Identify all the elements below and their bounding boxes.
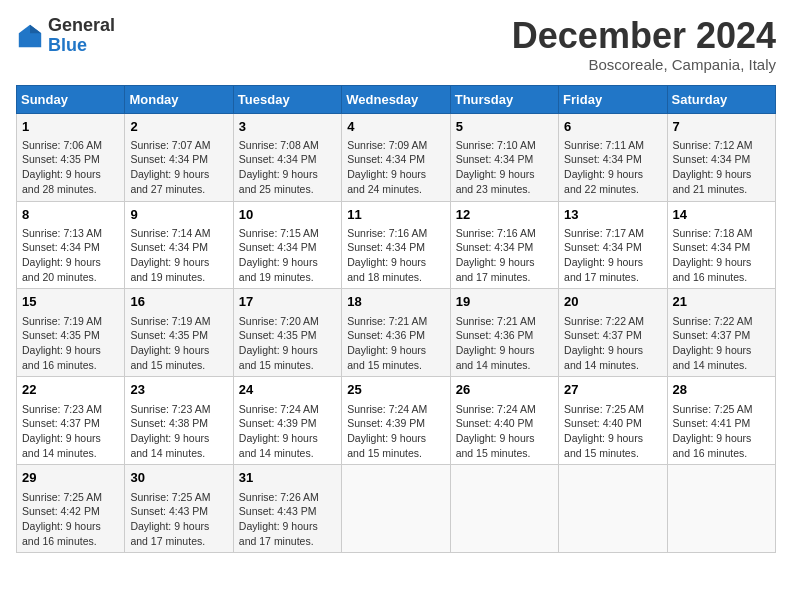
day-number: 21 [673,293,770,311]
page-header: General Blue December 2024 Boscoreale, C… [16,16,776,73]
calendar-body: 1Sunrise: 7:06 AMSunset: 4:35 PMDaylight… [17,113,776,553]
day-number: 30 [130,469,227,487]
day-number: 17 [239,293,336,311]
day-number: 3 [239,118,336,136]
location: Boscoreale, Campania, Italy [512,56,776,73]
day-number: 2 [130,118,227,136]
calendar-cell [559,465,667,553]
day-detail: Sunrise: 7:16 AMSunset: 4:34 PMDaylight:… [347,226,444,285]
calendar-cell: 10Sunrise: 7:15 AMSunset: 4:34 PMDayligh… [233,201,341,289]
day-number: 20 [564,293,661,311]
day-number: 7 [673,118,770,136]
day-number: 4 [347,118,444,136]
day-number: 1 [22,118,119,136]
day-number: 6 [564,118,661,136]
weekday-tuesday: Tuesday [233,85,341,113]
day-detail: Sunrise: 7:23 AMSunset: 4:37 PMDaylight:… [22,402,119,461]
calendar-cell: 15Sunrise: 7:19 AMSunset: 4:35 PMDayligh… [17,289,125,377]
day-detail: Sunrise: 7:19 AMSunset: 4:35 PMDaylight:… [22,314,119,373]
calendar-table: SundayMondayTuesdayWednesdayThursdayFrid… [16,85,776,554]
day-detail: Sunrise: 7:21 AMSunset: 4:36 PMDaylight:… [347,314,444,373]
week-row-4: 22Sunrise: 7:23 AMSunset: 4:37 PMDayligh… [17,377,776,465]
day-detail: Sunrise: 7:13 AMSunset: 4:34 PMDaylight:… [22,226,119,285]
logo: General Blue [16,16,115,56]
calendar-cell [450,465,558,553]
week-row-1: 1Sunrise: 7:06 AMSunset: 4:35 PMDaylight… [17,113,776,201]
day-detail: Sunrise: 7:06 AMSunset: 4:35 PMDaylight:… [22,138,119,197]
weekday-header-row: SundayMondayTuesdayWednesdayThursdayFrid… [17,85,776,113]
day-number: 19 [456,293,553,311]
calendar-cell: 17Sunrise: 7:20 AMSunset: 4:35 PMDayligh… [233,289,341,377]
day-number: 11 [347,206,444,224]
day-number: 24 [239,381,336,399]
day-detail: Sunrise: 7:21 AMSunset: 4:36 PMDaylight:… [456,314,553,373]
day-number: 26 [456,381,553,399]
day-number: 25 [347,381,444,399]
day-detail: Sunrise: 7:20 AMSunset: 4:35 PMDaylight:… [239,314,336,373]
calendar-cell: 11Sunrise: 7:16 AMSunset: 4:34 PMDayligh… [342,201,450,289]
svg-rect-2 [22,36,39,44]
day-detail: Sunrise: 7:09 AMSunset: 4:34 PMDaylight:… [347,138,444,197]
day-number: 8 [22,206,119,224]
weekday-friday: Friday [559,85,667,113]
calendar-cell: 8Sunrise: 7:13 AMSunset: 4:34 PMDaylight… [17,201,125,289]
calendar-cell: 25Sunrise: 7:24 AMSunset: 4:39 PMDayligh… [342,377,450,465]
weekday-thursday: Thursday [450,85,558,113]
day-detail: Sunrise: 7:22 AMSunset: 4:37 PMDaylight:… [564,314,661,373]
calendar-cell: 22Sunrise: 7:23 AMSunset: 4:37 PMDayligh… [17,377,125,465]
day-number: 22 [22,381,119,399]
day-number: 29 [22,469,119,487]
weekday-saturday: Saturday [667,85,775,113]
weekday-wednesday: Wednesday [342,85,450,113]
day-number: 14 [673,206,770,224]
calendar-cell: 1Sunrise: 7:06 AMSunset: 4:35 PMDaylight… [17,113,125,201]
weekday-monday: Monday [125,85,233,113]
calendar-cell: 12Sunrise: 7:16 AMSunset: 4:34 PMDayligh… [450,201,558,289]
day-detail: Sunrise: 7:10 AMSunset: 4:34 PMDaylight:… [456,138,553,197]
day-detail: Sunrise: 7:14 AMSunset: 4:34 PMDaylight:… [130,226,227,285]
day-number: 5 [456,118,553,136]
calendar-cell: 24Sunrise: 7:24 AMSunset: 4:39 PMDayligh… [233,377,341,465]
day-number: 31 [239,469,336,487]
day-detail: Sunrise: 7:08 AMSunset: 4:34 PMDaylight:… [239,138,336,197]
day-detail: Sunrise: 7:26 AMSunset: 4:43 PMDaylight:… [239,490,336,549]
day-detail: Sunrise: 7:12 AMSunset: 4:34 PMDaylight:… [673,138,770,197]
day-number: 10 [239,206,336,224]
day-detail: Sunrise: 7:17 AMSunset: 4:34 PMDaylight:… [564,226,661,285]
svg-marker-1 [30,25,41,33]
day-detail: Sunrise: 7:24 AMSunset: 4:39 PMDaylight:… [239,402,336,461]
calendar-cell: 4Sunrise: 7:09 AMSunset: 4:34 PMDaylight… [342,113,450,201]
logo-text: General Blue [48,16,115,56]
calendar-cell: 9Sunrise: 7:14 AMSunset: 4:34 PMDaylight… [125,201,233,289]
calendar-cell: 14Sunrise: 7:18 AMSunset: 4:34 PMDayligh… [667,201,775,289]
day-number: 15 [22,293,119,311]
day-detail: Sunrise: 7:16 AMSunset: 4:34 PMDaylight:… [456,226,553,285]
logo-icon [16,22,44,50]
calendar-cell: 2Sunrise: 7:07 AMSunset: 4:34 PMDaylight… [125,113,233,201]
calendar-cell: 13Sunrise: 7:17 AMSunset: 4:34 PMDayligh… [559,201,667,289]
day-number: 23 [130,381,227,399]
weekday-sunday: Sunday [17,85,125,113]
calendar-cell: 3Sunrise: 7:08 AMSunset: 4:34 PMDaylight… [233,113,341,201]
day-detail: Sunrise: 7:15 AMSunset: 4:34 PMDaylight:… [239,226,336,285]
calendar-cell: 6Sunrise: 7:11 AMSunset: 4:34 PMDaylight… [559,113,667,201]
calendar-cell: 20Sunrise: 7:22 AMSunset: 4:37 PMDayligh… [559,289,667,377]
month-title: December 2024 [512,16,776,56]
day-number: 16 [130,293,227,311]
calendar-cell [342,465,450,553]
calendar-cell: 30Sunrise: 7:25 AMSunset: 4:43 PMDayligh… [125,465,233,553]
calendar-cell: 16Sunrise: 7:19 AMSunset: 4:35 PMDayligh… [125,289,233,377]
calendar-cell: 19Sunrise: 7:21 AMSunset: 4:36 PMDayligh… [450,289,558,377]
day-number: 13 [564,206,661,224]
day-detail: Sunrise: 7:25 AMSunset: 4:41 PMDaylight:… [673,402,770,461]
day-number: 28 [673,381,770,399]
day-detail: Sunrise: 7:11 AMSunset: 4:34 PMDaylight:… [564,138,661,197]
day-detail: Sunrise: 7:22 AMSunset: 4:37 PMDaylight:… [673,314,770,373]
calendar-cell: 7Sunrise: 7:12 AMSunset: 4:34 PMDaylight… [667,113,775,201]
calendar-cell: 31Sunrise: 7:26 AMSunset: 4:43 PMDayligh… [233,465,341,553]
calendar-cell: 21Sunrise: 7:22 AMSunset: 4:37 PMDayligh… [667,289,775,377]
calendar-cell [667,465,775,553]
calendar-cell: 29Sunrise: 7:25 AMSunset: 4:42 PMDayligh… [17,465,125,553]
calendar-cell: 18Sunrise: 7:21 AMSunset: 4:36 PMDayligh… [342,289,450,377]
day-number: 12 [456,206,553,224]
